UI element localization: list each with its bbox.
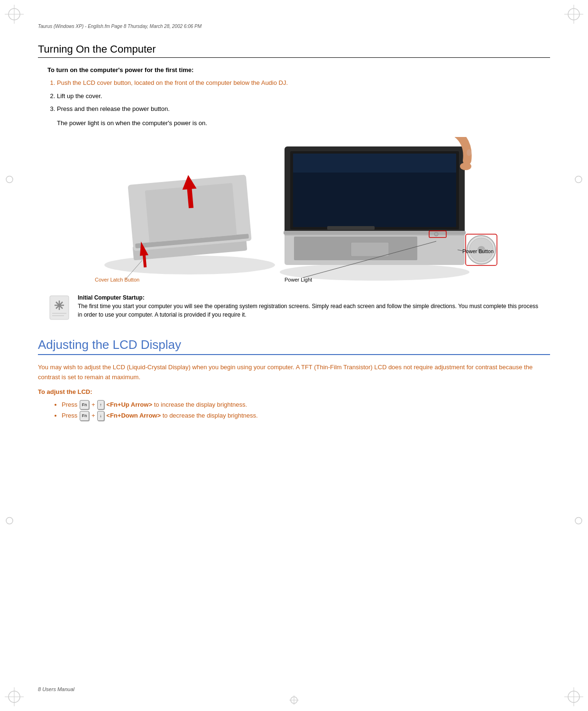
side-mark-left-2 [5, 516, 14, 527]
section2-title: Adjusting the LCD Display [38, 337, 550, 355]
corner-mark-br [564, 687, 583, 706]
note-box: Initial Computer Startup: The first time… [47, 293, 541, 323]
laptop-illustration: Cover Latch Button Power Light Power But… [81, 137, 507, 284]
step-1: Push the LCD cover button, located on th… [57, 78, 550, 88]
svg-point-12 [6, 176, 13, 183]
corner-mark-tr [564, 5, 583, 24]
subsection-heading: To turn on the computer's power for the … [47, 66, 550, 73]
step-2: Lift up the cover. [57, 91, 550, 101]
svg-text:Power Light: Power Light [285, 277, 312, 283]
fn-down-arrow-text: <Fn+Down Arrow> [106, 412, 161, 419]
note-heading: Initial Computer Startup: [78, 294, 145, 301]
svg-rect-32 [293, 154, 456, 173]
steps-list: Push the LCD cover button, located on th… [57, 78, 550, 114]
svg-text:Power Button: Power Button [462, 248, 494, 254]
svg-point-15 [575, 518, 582, 524]
brightness-down-text: to decrease the display brightness. [163, 412, 258, 419]
page-header-line: Taurus (Windows XP) - English.fm Page 8 … [38, 24, 550, 29]
up-arrow-key: ↑ [97, 400, 104, 410]
press-label-1: Press [62, 401, 79, 408]
svg-text:Cover Latch Button: Cover Latch Button [95, 277, 139, 283]
step-3: Press and then release the power button. [57, 104, 550, 114]
adjust-heading: To adjust the LCD: [38, 388, 550, 395]
bullet-item-2: Press Fn + ↓ <Fn+Down Arrow> to decrease… [62, 410, 550, 421]
lcd-intro: You may wish to adjust the LCD (Liquid-C… [38, 363, 550, 383]
corner-mark-tl [5, 5, 24, 24]
plus-1: + [92, 401, 97, 408]
section-lcd: Adjusting the LCD Display You may wish t… [38, 337, 550, 421]
svg-point-42 [467, 149, 471, 156]
svg-point-13 [575, 176, 582, 183]
note-content: Initial Computer Startup: The first time… [78, 293, 541, 319]
note-body: The first time you start your computer y… [78, 303, 538, 318]
brightness-up-text: to increase the display brightness. [154, 401, 248, 408]
svg-point-14 [6, 518, 13, 524]
fn-up-arrow-text: <Fn+Up Arrow> [106, 401, 152, 408]
side-mark-right [574, 175, 583, 186]
bullet-item-1: Press Fn + ↑ <Fn+Up Arrow> to increase t… [62, 399, 550, 410]
note-icon [47, 293, 71, 323]
bullet-list: Press Fn + ↑ <Fn+Up Arrow> to increase t… [62, 399, 550, 421]
press-label-2: Press [62, 412, 79, 419]
laptop-image-area: Cover Latch Button Power Light Power But… [38, 137, 550, 284]
svg-point-35 [434, 232, 438, 236]
fn-key-1: Fn [80, 400, 90, 410]
svg-rect-33 [327, 226, 375, 230]
page-content: Taurus (Windows XP) - English.fm Page 8 … [38, 0, 550, 449]
section-turning-on: Turning On the Computer To turn on the c… [38, 43, 550, 323]
plus-2: + [92, 412, 97, 419]
fn-key-2: Fn [80, 411, 90, 420]
section1-title: Turning On the Computer [38, 43, 550, 58]
side-mark-left [5, 175, 14, 186]
down-arrow-key: ↓ [97, 411, 104, 420]
svg-point-16 [104, 255, 275, 274]
page-footer: 8 Users Manual [38, 686, 74, 692]
side-mark-right-2 [574, 516, 583, 527]
bottom-center-mark [289, 695, 299, 706]
svg-rect-28 [351, 242, 389, 256]
corner-mark-bl [5, 687, 24, 706]
power-light-note: The power light is on when the computer'… [57, 118, 550, 128]
